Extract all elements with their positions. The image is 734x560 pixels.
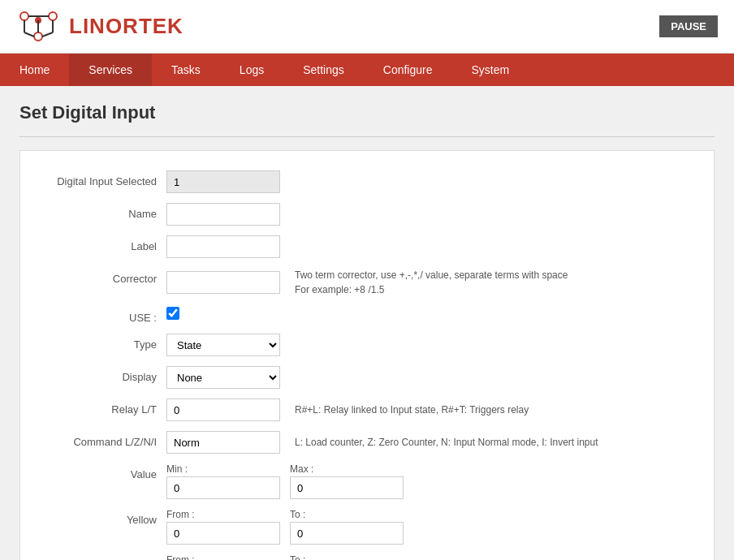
- max-label: Max :: [290, 463, 404, 475]
- svg-point-0: [20, 12, 28, 20]
- yellow-to-field[interactable]: [290, 522, 404, 545]
- command-hint: L: Load counter, Z: Zero Counter, N: Inp…: [295, 435, 598, 450]
- digital-input-row: Digital Input Selected: [37, 170, 697, 193]
- nav-home[interactable]: Home: [0, 54, 69, 86]
- corrector-hint: Two term corrector, use +,-,*,/ value, s…: [295, 268, 568, 297]
- corrector-field[interactable]: [166, 271, 280, 294]
- pause-button[interactable]: PAUSE: [659, 15, 718, 37]
- red-to-group: To :: [290, 554, 404, 560]
- svg-point-1: [49, 12, 57, 20]
- yellow-from-label: From :: [166, 509, 280, 520]
- min-max-row: Min : Max :: [166, 463, 404, 499]
- label-field[interactable]: [166, 235, 280, 258]
- page-title: Set Digital Input: [19, 102, 715, 123]
- min-col: Min :: [166, 463, 280, 499]
- main-nav: Home Services Tasks Logs Settings Config…: [0, 54, 734, 86]
- red-from-label: From :: [166, 554, 280, 560]
- red-section: From : To :: [166, 554, 404, 560]
- relay-lt-hint: R#+L: Relay linked to Input state, R#+T:…: [295, 403, 529, 417]
- form-panel: Digital Input Selected Name Label Correc…: [19, 150, 715, 560]
- logo-text: LINORTEK: [69, 14, 184, 39]
- name-row: Name: [37, 203, 697, 226]
- value-row: Value Min : Max :: [37, 463, 697, 499]
- command-label: Command L/Z/N/I: [37, 431, 166, 448]
- use-control: [166, 307, 179, 320]
- yellow-from-group: From :: [166, 509, 280, 545]
- yellow-section: From : To :: [166, 509, 404, 545]
- command-field[interactable]: [166, 431, 280, 454]
- label-control: [166, 235, 280, 258]
- relay-lt-row: Relay L/T R#+L: Relay linked to Input st…: [37, 398, 697, 421]
- min-label: Min :: [166, 463, 280, 475]
- digital-input-field[interactable]: [166, 170, 280, 193]
- yellow-to-label: To :: [290, 509, 404, 520]
- name-field[interactable]: [166, 203, 280, 226]
- svg-point-2: [34, 32, 42, 41]
- command-row: Command L/Z/N/I L: Load counter, Z: Zero…: [37, 431, 697, 454]
- name-control: [166, 203, 280, 226]
- display-select[interactable]: None: [166, 366, 280, 389]
- nav-system[interactable]: System: [452, 54, 529, 86]
- max-col: Max :: [290, 463, 404, 499]
- type-control: State: [166, 334, 280, 356]
- yellow-from-field[interactable]: [166, 522, 280, 545]
- type-select[interactable]: State: [166, 334, 280, 356]
- red-to-label: To :: [290, 554, 404, 560]
- red-control: From : To :: [166, 554, 404, 560]
- use-checkbox[interactable]: [166, 307, 179, 320]
- min-field[interactable]: [166, 476, 280, 499]
- logo-icon: [16, 8, 61, 45]
- label-label: Label: [37, 235, 166, 252]
- svg-line-6: [24, 32, 34, 37]
- value-label: Value: [37, 463, 166, 480]
- divider: [19, 136, 715, 137]
- nav-tasks[interactable]: Tasks: [152, 54, 220, 86]
- nav-services[interactable]: Services: [69, 54, 152, 86]
- yellow-control: From : To :: [166, 509, 404, 545]
- type-label: Type: [37, 334, 166, 351]
- relay-lt-label: Relay L/T: [37, 398, 166, 416]
- type-row: Type State: [37, 334, 697, 356]
- nav-logs[interactable]: Logs: [220, 54, 283, 86]
- use-label: USE :: [37, 307, 166, 324]
- relay-lt-control: R#+L: Relay linked to Input state, R#+T:…: [166, 398, 529, 421]
- digital-input-control: [166, 170, 280, 193]
- command-control: L: Load counter, Z: Zero Counter, N: Inp…: [166, 431, 598, 454]
- nav-configure[interactable]: Configure: [364, 54, 452, 86]
- header: LINORTEK PAUSE: [0, 0, 734, 54]
- name-label: Name: [37, 203, 166, 220]
- yellow-to-group: To :: [290, 509, 404, 545]
- nav-settings[interactable]: Settings: [283, 54, 364, 86]
- display-control: None: [166, 366, 280, 389]
- page-content: Set Digital Input Digital Input Selected…: [0, 86, 734, 560]
- use-row: USE :: [37, 307, 697, 324]
- red-from-group: From :: [166, 554, 280, 560]
- corrector-control: Two term corrector, use +,-,*,/ value, s…: [166, 268, 568, 297]
- logo: LINORTEK: [16, 8, 184, 45]
- red-row: Red From : To :: [37, 554, 697, 560]
- red-label: Red: [37, 554, 166, 560]
- label-row: Label: [37, 235, 697, 258]
- yellow-label: Yellow: [37, 509, 166, 526]
- digital-input-label: Digital Input Selected: [37, 170, 166, 187]
- corrector-row: Corrector Two term corrector, use +,-,*,…: [37, 268, 697, 297]
- svg-line-8: [42, 32, 53, 37]
- max-field[interactable]: [290, 476, 404, 499]
- yellow-row: Yellow From : To :: [37, 509, 697, 545]
- display-label: Display: [37, 366, 166, 383]
- relay-lt-field[interactable]: [166, 398, 280, 421]
- value-control: Min : Max :: [166, 463, 404, 499]
- corrector-label: Corrector: [37, 268, 166, 285]
- display-row: Display None: [37, 366, 697, 389]
